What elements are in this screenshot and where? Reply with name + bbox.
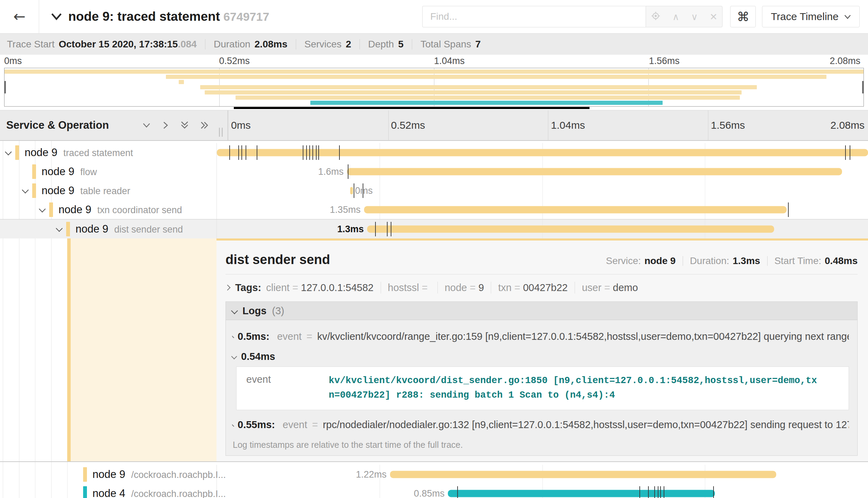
minimap-span-bar	[236, 96, 740, 100]
log-event-key: event	[237, 374, 329, 403]
log-marker-tick	[850, 145, 850, 160]
span-service-name: node 9	[42, 184, 74, 197]
span-row[interactable]: node 9/cockroach.roachpb.I...1.22ms	[0, 465, 868, 484]
log-marker-tick	[312, 145, 313, 160]
time-tick-label: 0ms	[228, 119, 251, 131]
span-row[interactable]: node 9dist sender send1.3ms	[0, 219, 868, 238]
span-timeline-cell[interactable]	[217, 143, 868, 162]
span-row[interactable]: node 9flow1.6ms	[0, 162, 868, 181]
chevron-down-icon	[231, 307, 238, 314]
span-expander[interactable]	[6, 150, 11, 156]
summary-separator	[296, 39, 296, 49]
topbar: ← node 9: traced statement6749717 ∧ ∨ ✕ …	[0, 0, 868, 34]
summary-value: October 15 2020, 17:38:15.084	[59, 39, 196, 50]
find-input[interactable]	[422, 6, 646, 27]
tag-separator	[381, 282, 381, 293]
log-marker-tick	[658, 486, 658, 498]
span-service-name: node 9	[42, 165, 74, 178]
jaeger-trace-view: ← node 9: traced statement6749717 ∧ ∨ ✕ …	[0, 0, 868, 498]
span-color-chip	[83, 486, 87, 498]
span-expander[interactable]	[57, 226, 62, 232]
span-operation-name: txn coordinator send	[97, 205, 182, 216]
span-labels: node 9dist sender send	[76, 223, 183, 235]
summary-value: 7	[475, 39, 481, 50]
span-duration-bar[interactable]	[347, 168, 842, 175]
span-timeline-cell[interactable]: 1.6ms	[217, 162, 868, 181]
tag-value: 9	[478, 282, 484, 293]
collapse-one-icon[interactable]	[141, 121, 152, 130]
span-duration-bar[interactable]	[448, 490, 715, 497]
span-row[interactable]: node 9traced statement	[0, 143, 868, 162]
span-expander[interactable]	[40, 207, 45, 213]
log-entry[interactable]: 0.5ms:event=kv/kvclient/kvcoord/range_it…	[232, 326, 849, 347]
minimap-graph[interactable]	[4, 68, 864, 107]
detail-meta-value: 0.48ms	[825, 255, 858, 266]
span-duration-bar[interactable]	[367, 225, 774, 233]
log-marker-tick	[648, 486, 649, 498]
tag-equals: =	[604, 282, 610, 293]
span-detail-title: dist sender send	[225, 252, 330, 267]
summary-separator	[360, 39, 360, 49]
service-operation-header-cell: Service & Operation	[0, 110, 228, 140]
tag-separator	[437, 282, 438, 293]
span-operation-name: /cockroach.roachpb.I...	[131, 489, 226, 498]
next-result-icon[interactable]: ∨	[691, 12, 698, 21]
span-duration-bar[interactable]	[217, 149, 868, 156]
logs-count: (3)	[272, 305, 284, 317]
span-tree-cell: node 9flow	[0, 162, 217, 181]
span-tree-cell: node 9dist sender send	[0, 219, 217, 238]
collapse-trace-chevron-icon[interactable]	[50, 12, 63, 21]
log-field-key: event	[283, 419, 307, 431]
span-duration-bar[interactable]	[350, 187, 353, 194]
tags-row[interactable]: Tags:client=127.0.0.1:54582hostssl=node=…	[225, 279, 858, 296]
span-timeline-cell[interactable]: 1.22ms	[217, 465, 868, 484]
span-row[interactable]: node 9txn coordinator send1.35ms	[0, 200, 868, 219]
span-timeline-cell[interactable]: 1.3ms	[217, 219, 868, 238]
trace-view-dropdown-label: Trace Timeline	[771, 11, 839, 22]
log-marker-tick	[303, 145, 303, 160]
minimap-scrubber[interactable]	[234, 107, 590, 109]
minimap-span-bar	[166, 75, 826, 79]
span-expander[interactable]	[23, 188, 28, 194]
clear-search-icon[interactable]: ✕	[710, 12, 718, 21]
keyboard-shortcuts-button[interactable]: ⌘	[730, 6, 756, 27]
span-duration-bar[interactable]	[390, 471, 776, 478]
span-detail-panel: dist sender send Service:node 9Duration:…	[216, 238, 868, 461]
column-resize-grip[interactable]	[219, 128, 223, 137]
log-marker-tick	[257, 145, 257, 160]
span-timeline-cell[interactable]: 0ms	[217, 181, 868, 200]
span-row[interactable]: node 4/cockroach.roachpb.I...0.85ms	[0, 484, 868, 498]
span-tree-cell: node 9traced statement	[0, 143, 217, 162]
expand-one-icon[interactable]	[161, 120, 170, 130]
meta-separator	[683, 256, 683, 266]
back-arrow-icon[interactable]: ←	[11, 9, 27, 24]
trace-view-dropdown[interactable]: Trace Timeline	[762, 6, 860, 27]
span-labels: node 4/cockroach.roachpb.I...	[92, 487, 226, 498]
span-row[interactable]: node 9table reader0ms	[0, 181, 868, 200]
locate-icon[interactable]	[651, 11, 661, 22]
logs-header[interactable]: Logs (3)	[226, 302, 857, 320]
log-timestamp: 0.55ms:	[238, 419, 275, 431]
log-marker-tick	[391, 222, 391, 236]
span-timeline-cell[interactable]: 0.85ms	[217, 484, 868, 498]
minimap-right-handle[interactable]	[862, 81, 864, 93]
summary-label: Depth	[368, 39, 394, 50]
summary-label: Total Spans	[420, 39, 471, 50]
time-tick-label: 0.52ms	[219, 56, 250, 66]
chevron-right-icon	[232, 335, 234, 338]
prev-result-icon[interactable]: ∧	[672, 12, 679, 21]
log-entry[interactable]: 0.55ms:event=rpc/nodedialer/nodedialer.g…	[232, 414, 849, 436]
span-tree-cell: node 9/cockroach.roachpb.I...	[0, 465, 217, 484]
log-entry-expanded-header[interactable]: 0.54ms	[232, 347, 849, 366]
time-tick-label: 0.52ms	[388, 119, 425, 131]
collapse-all-icon[interactable]	[179, 120, 190, 130]
tag-equals: =	[514, 282, 520, 293]
span-duration-bar[interactable]	[364, 206, 787, 213]
span-timeline-cell[interactable]: 1.35ms	[217, 200, 868, 219]
tag-separator	[575, 282, 575, 293]
span-color-chip	[66, 222, 70, 236]
expand-all-icon[interactable]	[200, 120, 210, 130]
back-button-container: ←	[0, 0, 39, 33]
time-tick-label: 2.08ms	[831, 119, 865, 131]
minimap-left-handle[interactable]	[4, 81, 6, 93]
